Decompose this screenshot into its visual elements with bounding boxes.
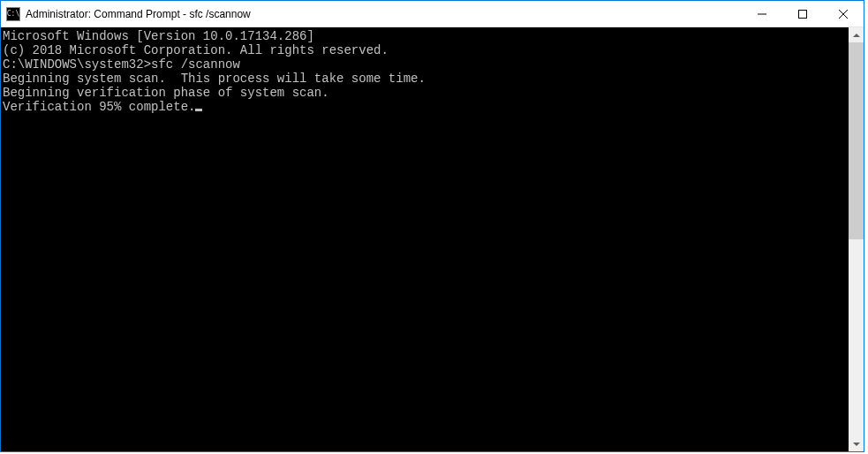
command-prompt-window: C:\ Administrator: Command Prompt - sfc …: [0, 0, 864, 452]
scroll-track[interactable]: [849, 42, 864, 436]
window-controls: [742, 1, 864, 26]
titlebar[interactable]: C:\ Administrator: Command Prompt - sfc …: [1, 1, 864, 27]
terminal-output[interactable]: Microsoft Windows [Version 10.0.17134.28…: [1, 27, 849, 451]
terminal-line: (c) 2018 Microsoft Corporation. All righ…: [3, 43, 849, 57]
svg-marker-4: [853, 34, 860, 37]
terminal-line: Beginning system scan. This process will…: [3, 72, 849, 86]
terminal-line: Verification 95% complete.: [3, 100, 849, 114]
terminal-line: C:\WINDOWS\system32>sfc /scannow: [3, 57, 849, 72]
content-area: Microsoft Windows [Version 10.0.17134.28…: [1, 27, 864, 451]
window-title: Administrator: Command Prompt - sfc /sca…: [26, 8, 742, 20]
terminal-line: Beginning verification phase of system s…: [3, 86, 849, 100]
cmd-icon: C:\: [6, 7, 20, 21]
cursor: [195, 109, 202, 111]
minimize-button[interactable]: [742, 1, 782, 26]
scroll-thumb[interactable]: [849, 42, 864, 239]
scroll-down-button[interactable]: [849, 436, 864, 451]
scroll-up-button[interactable]: [849, 27, 864, 42]
svg-rect-1: [799, 10, 807, 18]
maximize-button[interactable]: [782, 1, 823, 26]
vertical-scrollbar[interactable]: [849, 27, 864, 451]
close-button[interactable]: [823, 1, 864, 26]
svg-marker-5: [853, 443, 860, 446]
terminal-line: Microsoft Windows [Version 10.0.17134.28…: [3, 29, 849, 43]
